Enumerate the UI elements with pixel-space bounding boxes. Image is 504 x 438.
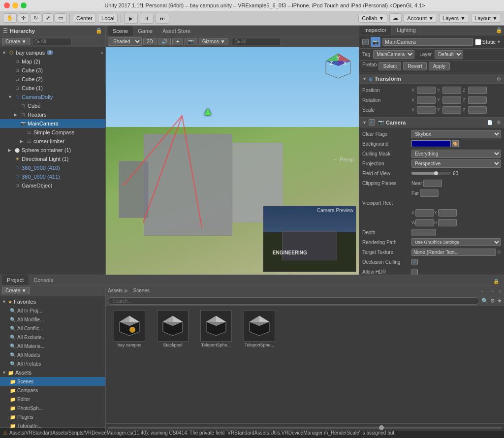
project-create-button[interactable]: Create ▼ — [2, 287, 30, 294]
tab-lighting[interactable]: Lighting — [392, 26, 421, 35]
hierarchy-search-input[interactable] — [32, 38, 71, 45]
tree-item-all-project[interactable]: 🔍 All In Proj... — [0, 306, 105, 315]
tree-item-cube1[interactable]: □ Cube (1) — [0, 84, 105, 93]
layout-button[interactable]: Layout ▼ — [471, 14, 501, 23]
fov-slider[interactable] — [411, 172, 451, 175]
asset-search-icon[interactable]: 🔍 — [481, 298, 488, 304]
hierarchy-options[interactable]: ≡ — [101, 50, 103, 55]
tree-item-all-conflicts[interactable]: 🔍 All Conflic... — [0, 324, 105, 333]
2d-button[interactable]: 2D — [143, 38, 157, 45]
tree-item-gameobject[interactable]: □ GameObject — [0, 181, 105, 190]
target-texture-picker[interactable]: ⊙ — [497, 250, 501, 254]
tree-item-360-410[interactable]: □ 360_0900 (410) — [0, 163, 105, 172]
prefab-revert-button[interactable]: Revert — [403, 62, 426, 70]
allow-hdr-checkbox[interactable] — [411, 269, 418, 275]
scale-y-input[interactable]: 1 — [442, 106, 461, 114]
asset-item-stackpool[interactable]: Stackpool — [153, 310, 192, 347]
scene-gizmo[interactable]: Y X Z — [323, 51, 353, 81]
fx-button[interactable]: ✦ — [172, 38, 183, 45]
tree-item-photosph[interactable]: 📁 PhotoSph... — [0, 404, 105, 412]
tree-item-maincamera[interactable]: 📷 MainCamera — [0, 119, 105, 128]
pivot-center-button[interactable]: Center — [73, 14, 96, 23]
scale-z-input[interactable]: 1 — [468, 106, 487, 114]
tab-project[interactable]: Project — [2, 275, 29, 285]
transform-gear-icon[interactable]: ⚙ — [497, 76, 501, 82]
hierarchy-lock-icon[interactable]: 🔒 — [95, 28, 102, 34]
asset-search-input[interactable] — [108, 297, 479, 305]
layers-button[interactable]: Layers ▼ — [439, 14, 469, 23]
scenes-breadcrumb-part[interactable]: _Scenes — [130, 288, 150, 293]
tree-item-cameradolly[interactable]: ▼ □ CameraDolly — [0, 93, 105, 101]
rotation-x-input[interactable]: 0 — [417, 96, 436, 104]
object-name-input[interactable] — [382, 38, 473, 46]
viewport-y-input[interactable]: 0 — [438, 209, 457, 217]
camera-header[interactable]: ▼ 📷 Camera 📄 ⚙ — [359, 118, 504, 127]
scale-x-input[interactable]: 1 — [417, 106, 436, 114]
position-z-input[interactable]: 0 — [468, 87, 487, 94]
tree-item-scenes[interactable]: 📁 Scenes — [0, 377, 105, 386]
scale-tool[interactable]: ⤢ — [42, 13, 54, 23]
tab-asset-store[interactable]: Asset Store — [158, 26, 195, 36]
asset-browser-options[interactable]: ≡ — [499, 288, 502, 294]
asset-filter-icon[interactable]: ⚙ — [490, 298, 495, 304]
maximize-button[interactable] — [21, 2, 27, 8]
asset-item-bay-campus[interactable]: bay campus — [110, 310, 149, 347]
tree-item-compass[interactable]: 📁 Compass — [0, 386, 105, 395]
tree-item-cube2[interactable]: □ Cube (2) — [0, 75, 105, 84]
tree-item-all-materials[interactable]: 🔍 All Materia... — [0, 342, 105, 350]
account-button[interactable]: Account ▼ — [404, 14, 437, 23]
gizmos-button[interactable]: Gizmos ▼ — [199, 38, 229, 45]
tree-item-bay-campus[interactable]: ▼ ⬡ bay campus 3 ≡ — [0, 48, 105, 57]
camera-enabled-checkbox[interactable] — [369, 119, 375, 125]
tree-item-dirlight[interactable]: ☀ Directional Light (1) — [0, 155, 105, 163]
tree-item-all-modified[interactable]: 🔍 All Modifie... — [0, 315, 105, 324]
cloud-button[interactable]: ☁ — [389, 13, 402, 23]
tree-item-all-excluded[interactable]: 🔍 All Exclude... — [0, 333, 105, 342]
tree-item-all-prefabs[interactable]: 🔍 All Prefabs — [0, 359, 105, 368]
far-input[interactable]: 10 — [420, 189, 439, 197]
tag-select[interactable]: MainCamera — [373, 50, 414, 59]
tab-scene[interactable]: Scene — [108, 26, 133, 36]
tree-item-compass[interactable]: □ Simple Compass — [0, 128, 105, 137]
near-input[interactable]: 0.15 — [423, 180, 442, 187]
camera-gear-icon[interactable]: ⚙ — [497, 120, 501, 125]
asset-item-teleport2[interactable]: TeleportSphe... — [240, 310, 279, 347]
assets-breadcrumb-part[interactable]: Assets — [108, 288, 123, 293]
layer-select[interactable]: Default — [435, 50, 463, 59]
asset-size-handle[interactable] — [379, 425, 384, 430]
shading-mode-select[interactable]: Shaded — [108, 37, 142, 46]
camera-button[interactable]: 📷 — [185, 38, 197, 45]
projection-select[interactable]: Perspective — [411, 159, 501, 168]
occlusion-culling-checkbox[interactable] — [411, 259, 418, 265]
play-button[interactable] — [124, 13, 138, 24]
hand-tool[interactable]: ✋ — [3, 13, 17, 23]
tree-item-plugins[interactable]: 📁 Plugins — [0, 412, 105, 421]
step-button[interactable] — [156, 13, 169, 24]
asset-browser-back[interactable]: ← — [480, 288, 486, 294]
rotation-y-input[interactable]: -466.6 — [442, 96, 461, 104]
tree-item-all-models[interactable]: 🔍 All Models — [0, 350, 105, 359]
position-x-input[interactable]: 0 — [417, 87, 436, 94]
inspector-lock-icon[interactable]: 🔒 — [494, 26, 504, 35]
audio-button[interactable]: 🔊 — [158, 38, 171, 45]
collab-button[interactable]: Collab ▼ — [358, 14, 387, 23]
asset-star-icon[interactable]: ★ — [497, 298, 502, 304]
tree-item-sphere[interactable]: ▶ ⬤ Sphere container (1) — [0, 146, 105, 155]
background-color-swatch[interactable] — [411, 140, 451, 147]
tree-item-cube-dolly[interactable]: □ Cube — [0, 101, 105, 110]
tree-item-cube3[interactable]: □ Cube (3) — [0, 66, 105, 75]
pause-button[interactable] — [140, 13, 154, 24]
viewport-w-input[interactable]: 1 — [415, 219, 434, 226]
tree-item-roators[interactable]: ▶ □ Roators — [0, 110, 105, 119]
tab-inspector[interactable]: Inspector — [359, 26, 392, 35]
tab-console[interactable]: Console — [29, 275, 58, 285]
project-lock-icon[interactable]: 🔒 — [490, 278, 502, 285]
asset-size-slider[interactable] — [108, 427, 502, 429]
prefab-select-button[interactable]: Select — [378, 62, 401, 70]
tree-item-favorites[interactable]: ▼ ★ Favorites — [0, 297, 105, 306]
close-button[interactable] — [4, 2, 10, 8]
window-controls[interactable] — [4, 2, 27, 8]
tree-item-tutorial[interactable]: 📁 TutorialIn... — [0, 421, 105, 430]
scene-view[interactable]: ▲ ← Persp Y X Z — [106, 47, 359, 275]
prefab-apply-button[interactable]: Apply — [429, 62, 450, 70]
